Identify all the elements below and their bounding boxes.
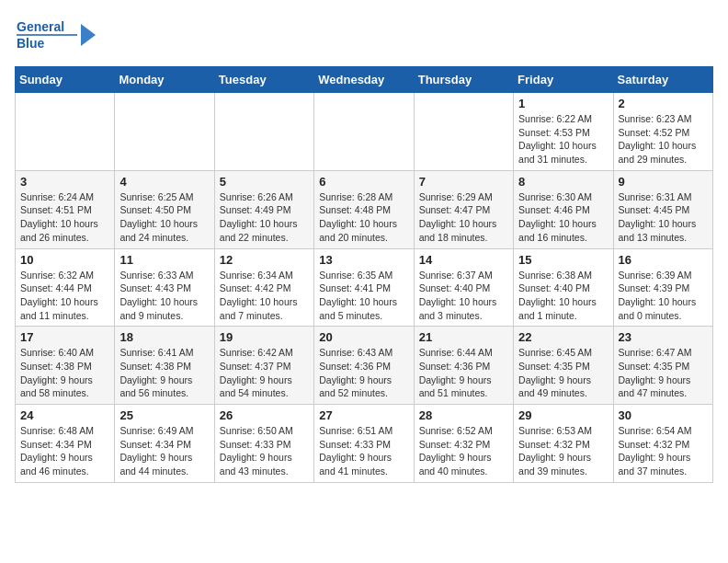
- calendar-day-cell: 14Sunrise: 6:37 AM Sunset: 4:40 PM Dayli…: [414, 248, 513, 327]
- day-info: Sunrise: 6:49 AM Sunset: 4:34 PM Dayligh…: [119, 424, 209, 478]
- calendar-day-cell: 24Sunrise: 6:48 AM Sunset: 4:34 PM Dayli…: [16, 405, 115, 483]
- day-number: 26: [220, 408, 309, 422]
- calendar-week-row: 1Sunrise: 6:22 AM Sunset: 4:53 PM Daylig…: [16, 93, 713, 171]
- calendar-day-cell: 7Sunrise: 6:29 AM Sunset: 4:47 PM Daylig…: [414, 170, 513, 248]
- day-number: 2: [619, 97, 708, 110]
- calendar-week-row: 17Sunrise: 6:40 AM Sunset: 4:38 PM Dayli…: [16, 327, 713, 405]
- calendar-day-cell: 6Sunrise: 6:28 AM Sunset: 4:48 PM Daylig…: [314, 170, 414, 248]
- day-number: 10: [20, 253, 109, 267]
- day-info: Sunrise: 6:48 AM Sunset: 4:34 PM Dayligh…: [20, 424, 109, 478]
- day-number: 17: [20, 330, 109, 344]
- weekday-header: Saturday: [613, 67, 712, 93]
- logo-svg: General Blue: [15, 15, 97, 55]
- day-info: Sunrise: 6:40 AM Sunset: 4:38 PM Dayligh…: [20, 346, 109, 400]
- weekday-header: Sunday: [16, 67, 115, 93]
- day-info: Sunrise: 6:50 AM Sunset: 4:33 PM Dayligh…: [220, 424, 309, 478]
- calendar-day-cell: 1Sunrise: 6:22 AM Sunset: 4:53 PM Daylig…: [514, 93, 613, 171]
- day-number: 29: [518, 408, 608, 422]
- weekday-header: Friday: [514, 67, 613, 93]
- calendar-day-cell: [414, 93, 513, 171]
- day-number: 22: [518, 330, 608, 344]
- calendar-day-cell: 2Sunrise: 6:23 AM Sunset: 4:52 PM Daylig…: [613, 93, 712, 171]
- day-info: Sunrise: 6:26 AM Sunset: 4:49 PM Dayligh…: [220, 190, 309, 245]
- day-info: Sunrise: 6:24 AM Sunset: 4:51 PM Dayligh…: [20, 190, 109, 245]
- day-info: Sunrise: 6:28 AM Sunset: 4:48 PM Dayligh…: [319, 190, 408, 245]
- calendar-day-cell: 25Sunrise: 6:49 AM Sunset: 4:34 PM Dayli…: [115, 405, 214, 483]
- day-number: 8: [518, 175, 608, 189]
- day-info: Sunrise: 6:42 AM Sunset: 4:37 PM Dayligh…: [220, 346, 309, 400]
- calendar-day-cell: 13Sunrise: 6:35 AM Sunset: 4:41 PM Dayli…: [314, 248, 414, 327]
- day-info: Sunrise: 6:22 AM Sunset: 4:53 PM Dayligh…: [518, 112, 608, 167]
- day-number: 13: [319, 253, 408, 267]
- day-info: Sunrise: 6:53 AM Sunset: 4:32 PM Dayligh…: [518, 424, 608, 478]
- calendar-day-cell: [16, 93, 115, 171]
- day-info: Sunrise: 6:44 AM Sunset: 4:36 PM Dayligh…: [419, 346, 508, 400]
- day-number: 30: [619, 408, 708, 422]
- calendar-day-cell: 23Sunrise: 6:47 AM Sunset: 4:35 PM Dayli…: [613, 327, 712, 405]
- day-info: Sunrise: 6:32 AM Sunset: 4:44 PM Dayligh…: [20, 269, 109, 323]
- logo: General Blue: [15, 15, 97, 55]
- calendar-day-cell: 19Sunrise: 6:42 AM Sunset: 4:37 PM Dayli…: [214, 327, 313, 405]
- day-number: 28: [419, 408, 508, 422]
- day-info: Sunrise: 6:33 AM Sunset: 4:43 PM Dayligh…: [119, 269, 209, 323]
- day-number: 25: [119, 408, 209, 422]
- day-number: 20: [319, 330, 408, 344]
- calendar-day-cell: [115, 93, 214, 171]
- day-info: Sunrise: 6:39 AM Sunset: 4:39 PM Dayligh…: [619, 269, 708, 323]
- calendar-day-cell: 18Sunrise: 6:41 AM Sunset: 4:38 PM Dayli…: [115, 327, 214, 405]
- day-number: 24: [20, 408, 109, 422]
- day-info: Sunrise: 6:37 AM Sunset: 4:40 PM Dayligh…: [419, 269, 508, 323]
- weekday-header: Tuesday: [214, 67, 313, 93]
- calendar-day-cell: 3Sunrise: 6:24 AM Sunset: 4:51 PM Daylig…: [16, 170, 115, 248]
- weekday-header: Monday: [115, 67, 214, 93]
- day-info: Sunrise: 6:41 AM Sunset: 4:38 PM Dayligh…: [119, 346, 209, 400]
- calendar-day-cell: 10Sunrise: 6:32 AM Sunset: 4:44 PM Dayli…: [16, 248, 115, 327]
- calendar-day-cell: 5Sunrise: 6:26 AM Sunset: 4:49 PM Daylig…: [214, 170, 313, 248]
- calendar-day-cell: 30Sunrise: 6:54 AM Sunset: 4:32 PM Dayli…: [613, 405, 712, 483]
- calendar-day-cell: 8Sunrise: 6:30 AM Sunset: 4:46 PM Daylig…: [514, 170, 613, 248]
- calendar-day-cell: 20Sunrise: 6:43 AM Sunset: 4:36 PM Dayli…: [314, 327, 414, 405]
- calendar-day-cell: [214, 93, 313, 171]
- day-info: Sunrise: 6:45 AM Sunset: 4:35 PM Dayligh…: [518, 346, 608, 400]
- day-number: 21: [419, 330, 508, 344]
- day-info: Sunrise: 6:34 AM Sunset: 4:42 PM Dayligh…: [220, 269, 309, 323]
- calendar-day-cell: 22Sunrise: 6:45 AM Sunset: 4:35 PM Dayli…: [514, 327, 613, 405]
- day-number: 7: [419, 175, 508, 189]
- day-number: 14: [419, 253, 508, 267]
- day-number: 6: [319, 175, 408, 189]
- day-info: Sunrise: 6:51 AM Sunset: 4:33 PM Dayligh…: [319, 424, 408, 478]
- calendar-day-cell: 15Sunrise: 6:38 AM Sunset: 4:40 PM Dayli…: [514, 248, 613, 327]
- day-number: 15: [518, 253, 608, 267]
- day-info: Sunrise: 6:47 AM Sunset: 4:35 PM Dayligh…: [619, 346, 708, 400]
- day-info: Sunrise: 6:29 AM Sunset: 4:47 PM Dayligh…: [419, 190, 508, 245]
- calendar-week-row: 24Sunrise: 6:48 AM Sunset: 4:34 PM Dayli…: [16, 405, 713, 483]
- calendar-header-row: SundayMondayTuesdayWednesdayThursdayFrid…: [16, 67, 713, 93]
- calendar-week-row: 10Sunrise: 6:32 AM Sunset: 4:44 PM Dayli…: [16, 248, 713, 327]
- day-info: Sunrise: 6:31 AM Sunset: 4:45 PM Dayligh…: [619, 190, 708, 245]
- calendar-day-cell: 9Sunrise: 6:31 AM Sunset: 4:45 PM Daylig…: [613, 170, 712, 248]
- day-info: Sunrise: 6:38 AM Sunset: 4:40 PM Dayligh…: [518, 269, 608, 323]
- day-number: 4: [119, 175, 209, 189]
- day-number: 1: [518, 97, 608, 110]
- day-info: Sunrise: 6:30 AM Sunset: 4:46 PM Dayligh…: [518, 190, 608, 245]
- day-number: 3: [20, 175, 109, 189]
- weekday-header: Wednesday: [314, 67, 414, 93]
- calendar-day-cell: 17Sunrise: 6:40 AM Sunset: 4:38 PM Dayli…: [16, 327, 115, 405]
- calendar-day-cell: 29Sunrise: 6:53 AM Sunset: 4:32 PM Dayli…: [514, 405, 613, 483]
- calendar-day-cell: 28Sunrise: 6:52 AM Sunset: 4:32 PM Dayli…: [414, 405, 513, 483]
- calendar-day-cell: 12Sunrise: 6:34 AM Sunset: 4:42 PM Dayli…: [214, 248, 313, 327]
- day-info: Sunrise: 6:23 AM Sunset: 4:52 PM Dayligh…: [619, 112, 708, 167]
- day-number: 27: [319, 408, 408, 422]
- svg-text:Blue: Blue: [17, 36, 45, 51]
- calendar-day-cell: [314, 93, 414, 171]
- day-number: 12: [220, 253, 309, 267]
- calendar-day-cell: 26Sunrise: 6:50 AM Sunset: 4:33 PM Dayli…: [214, 405, 313, 483]
- svg-marker-3: [81, 24, 96, 46]
- calendar-week-row: 3Sunrise: 6:24 AM Sunset: 4:51 PM Daylig…: [16, 170, 713, 248]
- day-info: Sunrise: 6:35 AM Sunset: 4:41 PM Dayligh…: [319, 269, 408, 323]
- day-number: 9: [619, 175, 708, 189]
- day-number: 19: [220, 330, 309, 344]
- calendar-day-cell: 4Sunrise: 6:25 AM Sunset: 4:50 PM Daylig…: [115, 170, 214, 248]
- day-number: 11: [119, 253, 209, 267]
- calendar-day-cell: 16Sunrise: 6:39 AM Sunset: 4:39 PM Dayli…: [613, 248, 712, 327]
